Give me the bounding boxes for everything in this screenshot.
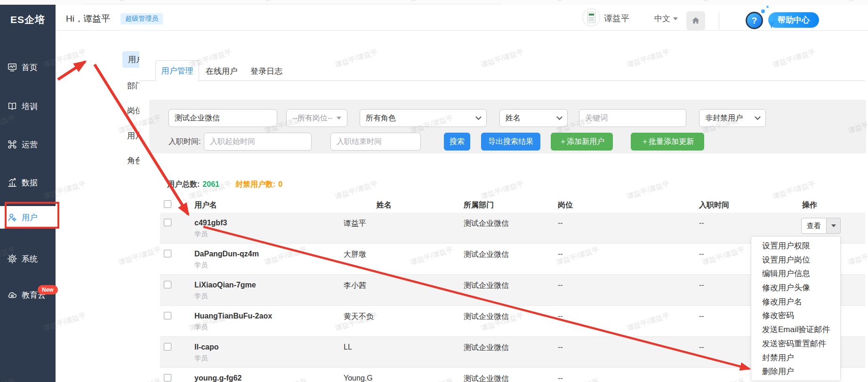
new-badge: New (38, 285, 58, 294)
cell-join-time: -- (699, 219, 704, 227)
chevron-down-icon (556, 114, 563, 120)
greeting-text: Hi，谭益平 (66, 13, 110, 25)
export-results-button[interactable]: 导出搜索结果 (481, 133, 540, 151)
username-link[interactable]: DaPangDun-qz4m (194, 250, 259, 258)
row-checkbox[interactable] (164, 343, 171, 350)
username-link[interactable]: c491gbf3 (194, 219, 227, 227)
menu-item-set-permissions[interactable]: 设置用户权限 (751, 239, 840, 253)
sidebar-item-users[interactable]: 用户 (0, 206, 56, 229)
col-name: 姓名 (377, 200, 392, 210)
username-link[interactable]: LiXiaoQian-7gme (194, 281, 256, 289)
row-checkbox[interactable] (164, 250, 171, 257)
menu-item-ban-user[interactable]: 封禁用户 (751, 351, 840, 365)
cell-join-time: -- (699, 312, 704, 320)
menu-item-set-position[interactable]: 设置用户岗位 (751, 253, 840, 267)
position-select[interactable]: --所有岗位-- (286, 109, 347, 127)
sidebar-item-system[interactable]: 系统 (0, 247, 56, 270)
language-label: 中文 (654, 13, 670, 24)
menu-item-change-username[interactable]: 修改用户名 (751, 295, 840, 309)
app-logo: ES企培 (0, 5, 56, 35)
search-by-select[interactable]: 姓名 (499, 109, 568, 127)
cell-position: -- (558, 219, 563, 227)
col-department: 所属部门 (464, 200, 494, 210)
cell-department: 测试企业微信 (464, 250, 509, 260)
total-users-value: 2061 (202, 180, 219, 188)
sidebar-item-label: 系统 (22, 254, 38, 264)
ban-status-select[interactable]: 非封禁用户 (699, 109, 766, 127)
menu-item-send-email-verify[interactable]: 发送Email验证邮件 (751, 323, 840, 337)
cell-department: 测试企业微信 (464, 281, 509, 291)
view-button[interactable]: 查看 (801, 218, 827, 234)
cell-join-time: -- (699, 250, 704, 258)
sidebar-item-label: 首页 (22, 62, 38, 73)
position-select-value: --所有岗位-- (292, 113, 332, 123)
banned-users-value: 0 (278, 180, 282, 188)
menu-item-change-password[interactable]: 修改密码 (751, 309, 840, 323)
caret-down-icon (831, 224, 836, 227)
row-checkbox[interactable] (164, 219, 171, 226)
search-by-value: 姓名 (506, 113, 521, 123)
join-end-input[interactable] (330, 133, 421, 151)
join-start-input[interactable] (204, 133, 312, 151)
bar-chart-icon (7, 177, 17, 188)
select-all-checkbox[interactable] (164, 200, 171, 208)
help-icon[interactable]: ? (746, 12, 763, 29)
cell-name: 谭益平 (344, 219, 366, 229)
username-link[interactable]: HuangTianBuFu-2aox (194, 312, 272, 320)
row-checkbox[interactable] (164, 374, 171, 382)
batch-add-update-button[interactable]: ＋批量添加更新 (631, 133, 704, 151)
help-center-button[interactable]: 帮助中心 (768, 12, 819, 28)
tab-login-log[interactable]: 登录日志 (250, 66, 282, 77)
search-button[interactable]: 搜索 (444, 133, 470, 151)
cell-position: -- (558, 250, 563, 258)
language-dropdown[interactable]: 中文 (654, 13, 678, 24)
sidebar-item-training[interactable]: 培训 (0, 95, 56, 118)
row-checkbox[interactable] (164, 312, 171, 319)
menu-item-delete-user[interactable]: 删除用户 (751, 365, 840, 379)
cell-position: -- (558, 343, 563, 351)
menu-item-change-avatar[interactable]: 修改用户头像 (751, 281, 840, 295)
user-tag: 学员 (194, 323, 208, 332)
cell-name: 黄天不负 (344, 312, 374, 322)
role-select[interactable]: 所有角色 (360, 109, 487, 127)
user-tag: 学员 (194, 292, 208, 301)
menu-item-send-password-reset[interactable]: 发送密码重置邮件 (751, 337, 840, 351)
help-dot (761, 9, 765, 13)
row-checkbox[interactable] (164, 281, 171, 288)
sidebar-item-home[interactable]: 首页 (0, 56, 56, 79)
username-link[interactable]: ll-capo (194, 343, 219, 351)
username-link[interactable]: young.g-fg62 (194, 374, 241, 382)
chevron-down-icon (673, 17, 678, 20)
role-select-value: 所有角色 (366, 113, 396, 123)
tab-online-users[interactable]: 在线用户 (206, 66, 238, 77)
ban-status-value: 非封禁用户 (705, 113, 743, 123)
avatar-image (587, 12, 595, 23)
cell-department: 测试企业微信 (464, 312, 509, 322)
cell-name: Young.G (344, 374, 373, 382)
cloud-icon (7, 290, 17, 300)
view-split-button[interactable]: 查看 (801, 218, 841, 234)
menu-item-edit-info[interactable]: 编辑用户信息 (751, 267, 840, 281)
tab-user-management[interactable]: 用户管理 (155, 60, 199, 81)
sidebar-item-label: 数据 (22, 177, 38, 188)
cell-position: -- (558, 312, 563, 320)
sidebar-item-operations[interactable]: 运营 (0, 133, 56, 156)
department-input[interactable] (169, 109, 277, 127)
home-button[interactable] (686, 11, 705, 30)
cell-position: -- (558, 281, 563, 289)
sidebar-item-data[interactable]: 数据 (0, 171, 56, 194)
chevron-down-icon (755, 114, 761, 120)
sidebar-item-label: 运营 (22, 139, 38, 150)
sidebar-item-label: 用户 (22, 212, 38, 223)
gear-icon (7, 254, 17, 264)
col-join-time: 入职时间 (699, 200, 729, 210)
cell-name: 大胖墩 (344, 250, 366, 260)
join-time-label: 入职时间: (169, 133, 201, 151)
keyword-input[interactable] (579, 109, 686, 127)
col-actions: 操作 (802, 200, 817, 210)
add-user-button[interactable]: ＋添加新用户 (551, 133, 613, 151)
sidebar-item-label: 培训 (22, 101, 38, 112)
avatar[interactable] (582, 8, 600, 26)
total-users-label: 用户总数: (167, 180, 200, 188)
view-dropdown-toggle[interactable] (827, 218, 841, 234)
